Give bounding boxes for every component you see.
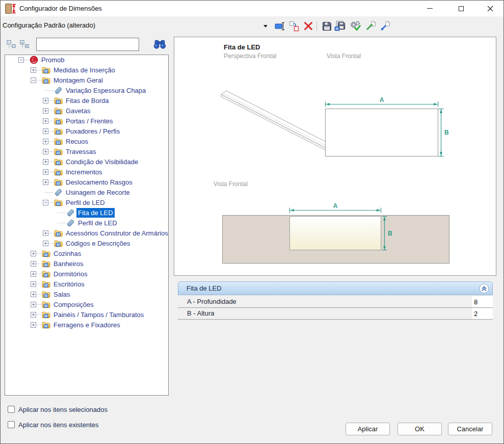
- folder-icon: [54, 147, 63, 155]
- save-configuration-button[interactable]: [321, 20, 333, 32]
- tree-item-label: Cozinhas: [54, 249, 81, 258]
- tree-item[interactable]: +Salas: [5, 290, 168, 300]
- ok-button[interactable]: OK: [397, 423, 442, 435]
- folder-icon: [54, 127, 63, 135]
- expand-icon[interactable]: +: [43, 139, 48, 144]
- tree-item[interactable]: Fita de LED: [5, 208, 168, 218]
- expand-all-button[interactable]: [19, 39, 30, 49]
- tree-item[interactable]: +Composições: [5, 300, 168, 310]
- tree-item-label: Dormitórios: [54, 269, 87, 279]
- copy-configuration-button[interactable]: [288, 20, 300, 32]
- expand-icon[interactable]: +: [31, 312, 36, 318]
- tree-item[interactable]: +Dormitórios: [5, 269, 168, 279]
- tree-item[interactable]: +Incrementos: [5, 167, 168, 177]
- property-value-input[interactable]: [472, 308, 493, 319]
- expand-icon[interactable]: +: [43, 241, 48, 246]
- tree-connector: [37, 264, 41, 264]
- expand-icon[interactable]: +: [31, 302, 36, 307]
- tree-item[interactable]: +Ferragens e Fixadores: [5, 320, 168, 330]
- expand-icon[interactable]: +: [31, 67, 36, 73]
- tree-item[interactable]: +Cozinhas: [5, 249, 168, 259]
- dim-b-top-label: B: [444, 129, 449, 136]
- tree-item[interactable]: +Acessórios Construtor de Armários: [5, 228, 168, 239]
- folder-icon: [54, 117, 63, 125]
- tree-connector: [57, 213, 66, 213]
- tree-item[interactable]: Variação Espessura Chapa: [5, 86, 168, 96]
- expand-icon[interactable]: +: [43, 159, 48, 165]
- configuration-name-label: Configuração Padrão (alterado): [3, 16, 95, 35]
- minimize-button[interactable]: [418, 1, 441, 16]
- property-grid: Fita de LED A - ProfundidadeB - Altura: [178, 281, 493, 320]
- import-configuration-button[interactable]: [379, 20, 391, 32]
- folder-icon: [42, 280, 50, 288]
- tree-item-label: Escritórios: [54, 279, 85, 289]
- apply-selected-checkbox[interactable]: [8, 406, 15, 413]
- property-value-input[interactable]: [472, 296, 493, 307]
- save-database-button[interactable]: [334, 20, 346, 32]
- expand-icon[interactable]: +: [31, 292, 36, 297]
- maximize-button[interactable]: [449, 1, 473, 16]
- tree-item[interactable]: +Escritórios: [5, 279, 168, 290]
- expand-icon[interactable]: +: [31, 322, 36, 328]
- apply-existing-checkbox[interactable]: [8, 421, 15, 428]
- tree-item[interactable]: −Promob: [5, 55, 168, 65]
- collapse-group-button[interactable]: [479, 283, 489, 294]
- expand-icon[interactable]: +: [43, 230, 48, 236]
- folder-icon: [54, 107, 63, 115]
- tree-connector: [49, 202, 54, 203]
- expand-icon[interactable]: +: [43, 118, 48, 124]
- tree-item[interactable]: +Banheiros: [5, 259, 168, 269]
- tree-item[interactable]: +Painéis / Tampos / Tamburatos: [5, 310, 168, 320]
- tree-item[interactable]: Perfil de LED: [5, 218, 168, 228]
- delete-configuration-button[interactable]: [302, 20, 314, 32]
- find-button[interactable]: [153, 39, 166, 50]
- property-group-header[interactable]: Fita de LED: [178, 281, 493, 295]
- tree-item[interactable]: +Portas / Frentes: [5, 116, 168, 126]
- collapse-icon[interactable]: −: [18, 57, 24, 63]
- tree-connector: [49, 131, 54, 132]
- expand-icon[interactable]: +: [31, 281, 36, 287]
- expand-icon[interactable]: +: [43, 108, 48, 114]
- folder-icon: [42, 270, 50, 278]
- export-configuration-button[interactable]: [364, 20, 377, 32]
- configuration-dropdown-button[interactable]: [261, 21, 270, 31]
- folder-icon: [42, 300, 50, 308]
- tree-item[interactable]: +Fitas de Borda: [5, 96, 168, 106]
- apply-button[interactable]: Aplicar: [346, 423, 390, 435]
- collapse-icon[interactable]: −: [31, 77, 36, 83]
- collapse-icon[interactable]: −: [43, 200, 48, 205]
- tree-item[interactable]: +Travessas: [5, 147, 168, 157]
- chevron-down-icon: [263, 25, 268, 28]
- expand-icon[interactable]: +: [43, 149, 48, 154]
- tree-connector: [24, 60, 29, 60]
- apply-existing-label: Aplicar nos itens existentes: [18, 421, 99, 429]
- close-button[interactable]: [479, 1, 502, 16]
- tree-item[interactable]: +Puxadores / Perfis: [5, 126, 168, 137]
- expand-icon[interactable]: +: [43, 179, 48, 185]
- tree-item-label: Promob: [41, 55, 65, 65]
- expand-icon[interactable]: +: [31, 251, 36, 256]
- tree-item[interactable]: −Montagem Geral: [5, 75, 168, 86]
- tree-item-label: Fitas de Borda: [66, 96, 109, 106]
- expand-icon[interactable]: +: [31, 271, 36, 277]
- tree-item[interactable]: +Códigos e Descrições: [5, 239, 168, 249]
- tree-item[interactable]: −Perfil de LED: [5, 198, 168, 208]
- rename-configuration-button[interactable]: [274, 20, 286, 32]
- tree-filter-input[interactable]: [36, 38, 139, 51]
- tree-item[interactable]: +Deslocamento Rasgos: [5, 177, 168, 188]
- tree-item[interactable]: +Medidas de Inserção: [5, 65, 168, 75]
- apply-settings-button[interactable]: [349, 20, 361, 32]
- expand-icon[interactable]: +: [43, 169, 48, 175]
- tree-item[interactable]: +Condição de Visibilidade: [5, 157, 168, 167]
- tree-connector: [37, 315, 41, 315]
- tree-item[interactable]: +Gavetas: [5, 106, 168, 116]
- collapse-all-button[interactable]: [6, 39, 16, 49]
- tree-item[interactable]: Usinagem de Recorte: [5, 188, 168, 198]
- expand-icon[interactable]: +: [31, 261, 36, 267]
- tree-item[interactable]: +Recuos: [5, 137, 168, 147]
- expand-icon[interactable]: +: [43, 98, 48, 103]
- expand-icon[interactable]: +: [43, 128, 48, 134]
- folder-icon: [42, 249, 50, 257]
- tree-connector: [37, 294, 41, 295]
- cancel-button[interactable]: Cancelar: [448, 423, 492, 435]
